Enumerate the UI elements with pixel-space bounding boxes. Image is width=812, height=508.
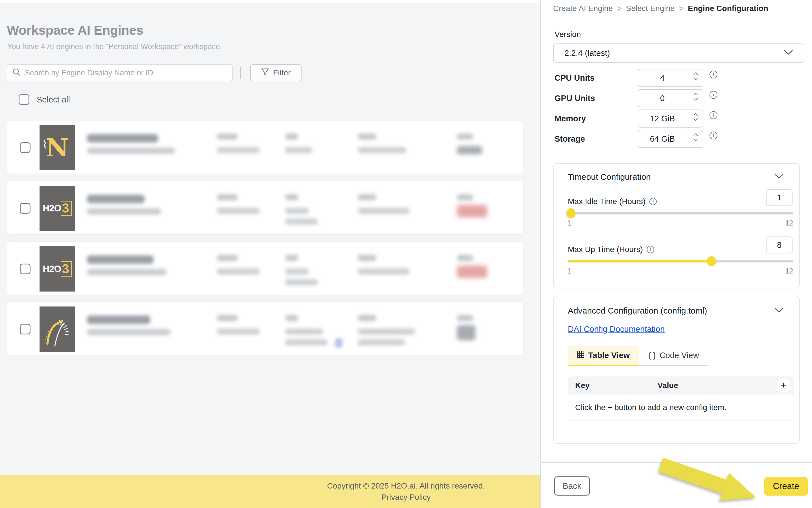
footer: Copyright © 2025 H2O.ai. All rights rese… <box>0 475 540 508</box>
blurred-col-value <box>358 208 410 214</box>
breadcrumb: Create AI Engine > Select Engine > Engin… <box>553 4 768 13</box>
info-icon[interactable]: i <box>709 91 718 99</box>
chevron-down-icon[interactable] <box>774 308 783 314</box>
timeout-configuration-card: Timeout Configuration Max Idle Time (Hou… <box>553 163 800 288</box>
blurred-col-value <box>285 339 327 345</box>
breadcrumb-create-ai-engine[interactable]: Create AI Engine <box>553 4 613 13</box>
advanced-configuration-card: Advanced Configuration (config.toml) DAI… <box>553 296 800 443</box>
cpu-units-stepper[interactable]: 4 <box>638 69 703 87</box>
version-value: 2.2.4 (latest) <box>564 48 783 58</box>
storage-stepper[interactable]: 64 GiB <box>638 130 703 148</box>
add-config-item-button[interactable]: + <box>777 379 790 392</box>
blurred-col-value <box>217 208 260 214</box>
gpu-units-label: GPU Units <box>555 89 595 107</box>
blurred-engine-name <box>87 315 150 324</box>
select-all-checkbox[interactable] <box>18 94 29 105</box>
tab-table-view[interactable]: Table View <box>568 346 639 365</box>
slider-thumb[interactable] <box>707 256 716 266</box>
memory-stepper[interactable]: 12 GiB <box>638 110 703 128</box>
blurred-engine-id <box>87 269 167 275</box>
max-idle-time-slider[interactable] <box>568 212 793 214</box>
config-table-header: Key Value + <box>568 377 794 394</box>
breadcrumb-select-engine[interactable]: Select Engine <box>626 4 675 13</box>
version-label: Version <box>555 30 581 39</box>
row-checkbox[interactable] <box>20 203 31 214</box>
cpu-units-row: CPU Units 4 i <box>541 69 812 87</box>
blurred-status-badge <box>457 205 487 217</box>
slider-max-label: 12 <box>785 219 793 227</box>
row-checkbox[interactable] <box>20 264 31 274</box>
advanced-card-title: Advanced Configuration (config.toml) <box>568 306 707 315</box>
engine-row[interactable]: H2O3 <box>7 181 523 235</box>
gpu-units-stepper[interactable]: 0 <box>638 89 703 107</box>
search-icon <box>12 68 21 78</box>
chevron-right-icon: > <box>679 4 684 13</box>
chevron-down-icon <box>783 50 793 56</box>
h2o3-logo: H2O3 <box>40 186 75 231</box>
search-box[interactable] <box>7 65 233 81</box>
slider-fill <box>568 260 711 262</box>
blurred-engine-id <box>87 329 170 335</box>
blurred-engine-name <box>87 195 145 203</box>
max-idle-time-label: Max Idle Time (Hours) <box>568 197 645 206</box>
info-icon[interactable]: i <box>709 131 718 139</box>
max-up-time-slider[interactable] <box>568 260 793 262</box>
tab-code-view-label: Code View <box>659 351 699 360</box>
stepper-arrows-icon[interactable] <box>693 113 698 121</box>
row-checkbox[interactable] <box>20 324 31 334</box>
max-up-time-input[interactable]: 8 <box>766 237 793 253</box>
blurred-col-value <box>217 329 260 335</box>
braces-icon: { } <box>648 351 656 360</box>
memory-label: Memory <box>555 110 586 128</box>
gpu-units-row: GPU Units 0 i <box>541 89 812 107</box>
filter-label: Filter <box>273 68 290 77</box>
version-select[interactable]: 2.2.4 (latest) <box>553 43 804 62</box>
privacy-policy-link[interactable]: Privacy Policy <box>381 493 431 502</box>
info-icon[interactable]: i <box>709 111 718 119</box>
back-button[interactable]: Back <box>554 476 590 496</box>
blurred-col-value <box>217 268 260 274</box>
stepper-arrows-icon[interactable] <box>693 93 698 101</box>
blurred-col-value <box>285 208 309 214</box>
slider-min-label: 1 <box>568 267 572 275</box>
stepper-arrows-icon[interactable] <box>693 72 698 80</box>
blurred-col-label <box>217 133 238 140</box>
create-button[interactable]: Create <box>764 477 808 496</box>
breadcrumb-engine-configuration: Engine Configuration <box>688 4 768 13</box>
select-all-label: Select all <box>37 95 70 104</box>
engine-row[interactable]: H2O3 <box>7 241 523 295</box>
info-icon[interactable]: i <box>709 71 718 79</box>
search-input[interactable] <box>25 69 227 77</box>
blurred-col-label <box>358 255 376 261</box>
info-icon[interactable]: i <box>647 246 654 253</box>
memory-value: 12 GiB <box>638 110 686 127</box>
blurred-col-label <box>285 255 298 261</box>
value-header: Value <box>657 377 678 394</box>
notebook-n-logo: N <box>40 125 75 170</box>
blurred-col-label <box>217 315 238 321</box>
slider-minmax: 1 12 <box>568 219 793 227</box>
info-icon[interactable]: i <box>649 198 657 205</box>
blurred-col-label <box>285 315 298 321</box>
tab-code-view[interactable]: { } Code View <box>639 346 708 365</box>
max-idle-time-input[interactable]: 1 <box>766 189 793 206</box>
chevron-down-icon[interactable] <box>774 174 783 180</box>
engine-row[interactable]: N <box>7 120 523 174</box>
key-header: Key <box>575 377 590 394</box>
filter-button[interactable]: Filter <box>250 65 301 81</box>
storage-label: Storage <box>555 130 585 148</box>
slider-thumb[interactable] <box>566 208 576 218</box>
dai-config-documentation-link[interactable]: DAI Config Documentation <box>568 325 664 334</box>
engine-row[interactable] <box>7 301 523 355</box>
blurred-engine-name <box>87 134 158 142</box>
blurred-col-label <box>285 194 298 200</box>
blurred-col-label <box>457 133 473 140</box>
blurred-col-value <box>358 329 415 335</box>
blurred-col-value <box>285 329 323 335</box>
h2o3-logo: H2O3 <box>40 246 75 292</box>
annotation-arrow <box>659 449 769 506</box>
workspace-engines-page: Workspace AI Engines You have 4 AI engin… <box>0 0 540 508</box>
row-checkbox[interactable] <box>20 142 31 153</box>
stepper-arrows-icon[interactable] <box>693 133 698 141</box>
copyright-text: Copyright © 2025 H2O.ai. All rights rese… <box>327 481 485 491</box>
